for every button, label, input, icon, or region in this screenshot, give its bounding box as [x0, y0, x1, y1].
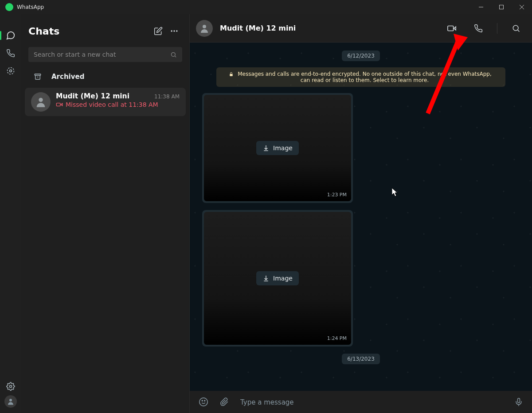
archived-label: Archived — [51, 73, 84, 81]
svg-line-21 — [518, 30, 520, 31]
missed-video-icon — [56, 101, 63, 108]
emoji-button[interactable] — [199, 397, 208, 407]
message-bubble[interactable]: Image 1:24 PM — [202, 210, 353, 347]
image-placeholder[interactable]: Image 1:24 PM — [204, 212, 351, 345]
nav-rail — [0, 14, 21, 413]
lock-icon — [229, 72, 234, 77]
date-separator: 6/13/2023 — [342, 354, 380, 364]
avatar[interactable] — [196, 20, 213, 37]
message-time: 1:23 PM — [327, 192, 347, 198]
svg-point-26 — [202, 400, 203, 401]
panel-title: Chats — [28, 26, 150, 37]
search-in-chat-button[interactable] — [506, 19, 526, 38]
archived-row[interactable]: Archived — [21, 66, 189, 87]
nav-settings[interactable] — [0, 378, 21, 395]
download-icon — [262, 275, 270, 282]
svg-point-9 — [171, 30, 172, 31]
mic-button[interactable] — [514, 397, 523, 406]
conversation-header: Mudit (Me) 12 mini — [190, 14, 532, 43]
chats-panel: Chats Archived — [21, 14, 190, 413]
maximize-button[interactable] — [491, 0, 512, 14]
svg-point-18 — [203, 25, 206, 28]
encryption-notice[interactable]: Messages and calls are end-to-end encryp… — [216, 67, 505, 87]
avatar — [31, 92, 51, 112]
video-call-button[interactable] — [442, 19, 462, 38]
search-bar[interactable] — [28, 47, 182, 62]
svg-point-6 — [8, 68, 14, 74]
chat-item-time: 11:38 AM — [154, 94, 180, 100]
download-label: Image — [273, 144, 293, 152]
contact-name[interactable]: Mudit (Me) 12 mini — [220, 24, 435, 32]
svg-point-12 — [172, 52, 176, 56]
message-time: 1:24 PM — [327, 335, 347, 341]
svg-point-20 — [513, 25, 518, 31]
nav-chats[interactable] — [0, 27, 21, 44]
svg-point-27 — [204, 400, 205, 401]
search-input[interactable] — [34, 51, 167, 58]
titlebar: WhatsApp — [0, 0, 532, 14]
download-icon — [262, 144, 270, 152]
encryption-text: Messages and calls are end-to-end encryp… — [236, 71, 493, 83]
download-image-button[interactable]: Image — [256, 141, 299, 155]
chat-list-item[interactable]: Mudit (Me) 12 mini 11:38 AM Missed video… — [25, 88, 186, 116]
svg-point-5 — [10, 70, 12, 72]
minimize-button[interactable] — [471, 0, 491, 14]
archive-icon — [34, 73, 42, 81]
search-icon — [170, 51, 177, 58]
svg-rect-2 — [500, 5, 504, 9]
svg-rect-28 — [518, 398, 520, 403]
svg-point-10 — [173, 30, 175, 31]
svg-rect-14 — [35, 74, 41, 75]
svg-point-8 — [9, 399, 12, 401]
close-button[interactable] — [512, 0, 532, 14]
download-image-button[interactable]: Image — [256, 271, 299, 285]
date-separator: 6/12/2023 — [342, 51, 380, 61]
chat-item-name: Mudit (Me) 12 mini — [56, 92, 129, 100]
image-placeholder[interactable]: Image 1:23 PM — [204, 95, 351, 201]
svg-rect-17 — [56, 103, 60, 106]
voice-call-button[interactable] — [469, 19, 488, 38]
nav-calls[interactable] — [0, 44, 21, 62]
svg-point-11 — [176, 30, 177, 31]
svg-line-13 — [175, 56, 176, 57]
nav-status[interactable] — [0, 62, 21, 80]
app-title: WhatsApp — [17, 4, 44, 10]
message-area[interactable]: 6/12/2023 Messages and calls are end-to-… — [190, 43, 532, 391]
message-bubble[interactable]: Image 1:23 PM — [202, 93, 353, 203]
svg-rect-22 — [230, 74, 232, 76]
panel-menu-button[interactable] — [166, 23, 182, 39]
download-label: Image — [273, 275, 293, 282]
conversation-pane: Mudit (Me) 12 mini 6/12/2023 Messages an… — [190, 14, 532, 413]
compose-bar — [190, 391, 532, 413]
svg-rect-19 — [448, 26, 454, 31]
nav-profile[interactable] — [4, 395, 17, 408]
svg-point-25 — [200, 398, 207, 406]
app-logo — [5, 3, 13, 11]
svg-point-16 — [39, 98, 43, 102]
message-input[interactable] — [240, 398, 503, 406]
svg-point-7 — [10, 386, 12, 388]
chat-item-subtitle: Missed video call at 11:38 AM — [66, 101, 158, 108]
new-chat-button[interactable] — [150, 23, 166, 39]
attach-button[interactable] — [220, 397, 229, 406]
separator — [497, 23, 497, 34]
